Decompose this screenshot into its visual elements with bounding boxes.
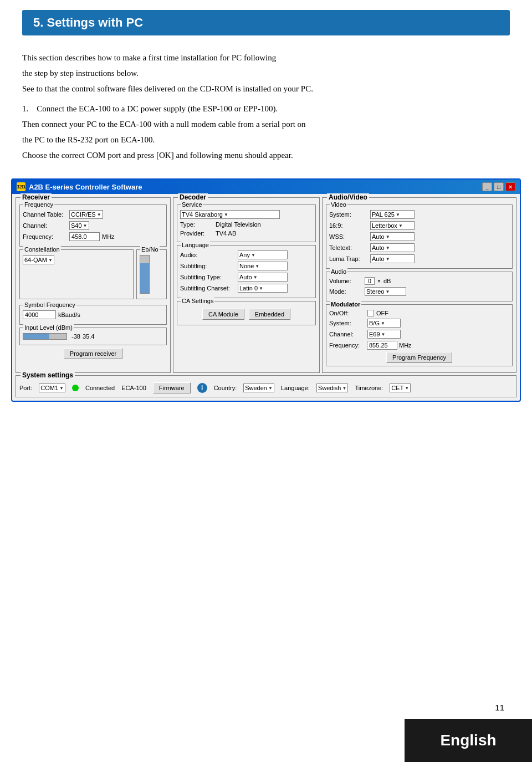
subtitling-type-label: Subtitling Type: [180, 274, 236, 280]
subtitling-arrow: ▼ [255, 264, 259, 269]
para1: This section describes how to make a fir… [22, 51, 510, 64]
subtitling-select[interactable]: None ▼ [238, 262, 288, 270]
symbol-freq-row: 4000 kBaud/s [23, 310, 163, 319]
page-header: 5. Settings with PC [22, 10, 510, 35]
firmware-button[interactable]: Firmware [153, 382, 191, 393]
audio-select[interactable]: Any ▼ [238, 250, 288, 259]
mod-freq-input[interactable]: 855.25 [367, 341, 397, 350]
app-icon: 32B [17, 182, 25, 191]
type-row: Type: Digital Television [180, 221, 313, 228]
language-select[interactable]: Swedish ▼ [316, 383, 349, 392]
mod-freq-unit: MHz [399, 342, 412, 349]
wss-select[interactable]: Auto ▼ [370, 232, 415, 241]
ca-settings-subpanel: CA Settings CA Module Embedded [177, 301, 316, 325]
system-settings-title: System settings [21, 371, 75, 379]
titlebar-left: 32B A2B E-series Controller Software [17, 182, 142, 191]
service-value-row: TV4 Skaraborg ▼ [180, 210, 313, 219]
close-button[interactable]: ✕ [505, 182, 515, 191]
sw-content: Receiver Frequency Channel Table: CCIR/E… [12, 194, 520, 401]
channel-table-select[interactable]: CCIR/ES ▼ [69, 210, 103, 219]
title-bar: 32B A2B E-series Controller Software _ □… [12, 180, 520, 194]
video-inner: System: PAL 625 ▼ 16:9: Letterbox [329, 210, 509, 263]
constellation-select[interactable]: 64-QAM ▼ [23, 255, 54, 264]
frequency-unit: MHz [102, 233, 115, 240]
frequency-subpanel-title: Frequency [23, 201, 54, 208]
mode-select[interactable]: Stereo ▼ [365, 287, 406, 296]
volume-row: Volume: 0 ▼ dB [329, 277, 509, 285]
frequency-row: Frequency: 458.0 MHz [23, 232, 163, 241]
subtitling-charset-select[interactable]: Latin 0 ▼ [238, 284, 288, 293]
symbol-freq-subpanel: Symbol Frequency 4000 kBaud/s [19, 305, 167, 325]
mod-channel-label: Channel: [329, 331, 365, 337]
volume-unit: dB [383, 278, 391, 284]
input-level-title: Input Level (dBm) [23, 324, 74, 331]
device-label: ECA-100 [121, 385, 146, 391]
frequency-input[interactable]: 458.0 [69, 232, 100, 241]
service-select[interactable]: TV4 Skaraborg ▼ [180, 210, 280, 219]
info-icon[interactable]: i [197, 383, 207, 393]
input-level-slider[interactable] [23, 333, 67, 340]
subtitling-type-row: Subtitling Type: Auto ▼ [180, 273, 313, 282]
video-title: Video [330, 201, 347, 208]
mod-system-select[interactable]: B/G ▼ [367, 319, 401, 328]
teletext-label: Teletext: [329, 244, 368, 251]
teletext-arrow: ▼ [386, 246, 390, 250]
ebno-subpanel: Eb/No [136, 249, 167, 299]
country-label: Country: [214, 385, 237, 391]
language-label: Language: [281, 385, 310, 391]
ratio-select[interactable]: Letterbox ▼ [370, 221, 415, 230]
subtitling-label: Subtitling: [180, 263, 236, 269]
channel-table-row: Channel Table: CCIR/ES ▼ [23, 210, 163, 219]
decoder-panel: Decoder Service TV4 Skaraborg ▼ [173, 197, 320, 373]
audio-arrow: ▼ [251, 253, 255, 258]
ca-module-button[interactable]: CA Module [202, 309, 244, 320]
country-select[interactable]: Sweden ▼ [243, 383, 274, 392]
luma-select[interactable]: Auto ▼ [370, 254, 415, 263]
audio-label: Audio: [180, 252, 236, 258]
ca-settings-inner: CA Module Embedded [180, 306, 313, 322]
software-window: 32B A2B E-series Controller Software _ □… [11, 178, 521, 402]
subtitling-row: Subtitling: None ▼ [180, 262, 313, 270]
timezone-select[interactable]: CET ▼ [390, 383, 411, 392]
mod-channel-select[interactable]: E69 ▼ [367, 330, 401, 339]
provider-label: Provider: [180, 230, 213, 237]
volume-label: Volume: [329, 278, 362, 284]
symbol-freq-input[interactable]: 4000 [23, 310, 56, 319]
receiver-panel-title: Receiver [21, 193, 52, 201]
subtitling-charset-arrow: ▼ [259, 286, 263, 291]
luma-label: Luma Trap: [329, 255, 368, 262]
video-subpanel: Video System: PAL 625 ▼ 16:9: [326, 204, 513, 269]
english-bar: English [405, 719, 532, 762]
window-controls[interactable]: _ □ ✕ [482, 182, 515, 191]
main-panel-row: Receiver Frequency Channel Table: CCIR/E… [16, 197, 516, 373]
channel-label: Channel: [23, 222, 67, 229]
frequency-subpanel: Frequency Channel Table: CCIR/ES ▼ Chann [19, 204, 167, 247]
provider-value: TV4 AB [216, 230, 236, 237]
channel-arrow: ▼ [83, 223, 88, 228]
embedded-button[interactable]: Embedded [249, 309, 290, 320]
ebno-inner [140, 255, 163, 296]
step4: Choose the correct COM port and press [O… [22, 149, 510, 162]
service-inner: TV4 Skaraborg ▼ Type: Digital Television… [180, 210, 313, 237]
constellation-title: Constellation [23, 246, 61, 253]
para2: the step by step instructions below. [22, 67, 510, 80]
receiver-panel: Receiver Frequency Channel Table: CCIR/E… [16, 197, 171, 373]
system-select[interactable]: PAL 625 ▼ [370, 210, 415, 219]
port-select[interactable]: COM1 ▼ [39, 383, 65, 392]
ebno-slider[interactable] [140, 255, 150, 294]
program-freq-button[interactable]: Program Frequency [386, 352, 452, 363]
wss-label: WSS: [329, 233, 368, 240]
channel-select[interactable]: S40 ▼ [69, 221, 89, 230]
maximize-button[interactable]: □ [494, 182, 504, 191]
program-receiver-button[interactable]: Program receiver [64, 348, 122, 359]
port-label: Port: [19, 385, 32, 391]
system-row: System: PAL 625 ▼ [329, 210, 509, 219]
subtitling-type-select[interactable]: Auto ▼ [238, 273, 288, 282]
minimize-button[interactable]: _ [482, 182, 492, 191]
onoff-checkbox[interactable] [367, 310, 374, 316]
language-inner: Audio: Any ▼ Subtitling: None ▼ [180, 250, 313, 293]
teletext-select[interactable]: Auto ▼ [370, 243, 415, 252]
luma-arrow: ▼ [386, 257, 390, 262]
frequency-subpanel-inner: Channel Table: CCIR/ES ▼ Channel: S40 [23, 210, 163, 241]
audio-sub-title: Audio [330, 268, 347, 275]
